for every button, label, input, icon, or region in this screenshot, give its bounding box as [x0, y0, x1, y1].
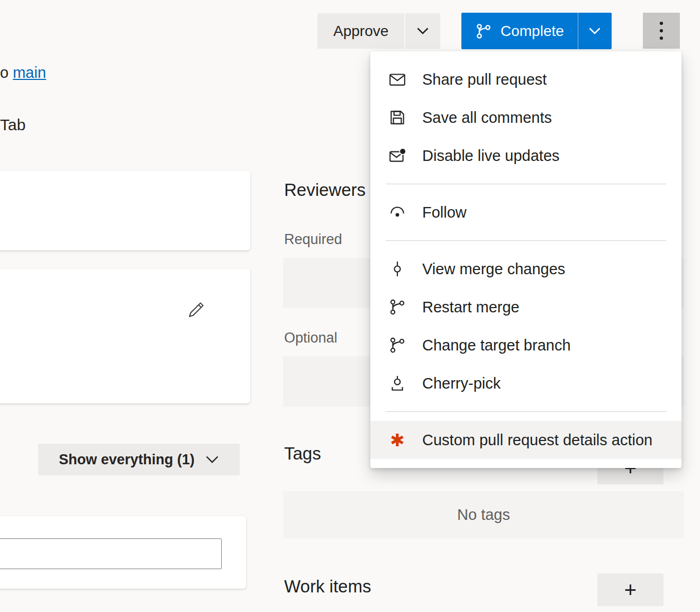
extension-icon: ✱: [387, 430, 407, 450]
description-card: [0, 171, 250, 250]
chevron-down-icon: [205, 455, 219, 464]
complete-split-button: Complete: [461, 13, 612, 49]
chevron-down-icon: [588, 27, 601, 35]
menu-item-label: Disable live updates: [422, 147, 560, 165]
menu-item-share-pull-request[interactable]: Share pull request: [370, 60, 681, 98]
approve-split-button: Approve: [317, 13, 440, 49]
menu-item-label: Change target branch: [422, 337, 571, 354]
complete-button-label: Complete: [501, 23, 564, 40]
menu-item-label: Follow: [422, 204, 467, 221]
reviewers-required-label: Required: [284, 231, 342, 248]
commit-icon: [387, 259, 407, 279]
menu-item-disable-live-updates[interactable]: Disable live updates: [370, 137, 681, 175]
no-tags-placeholder: No tags: [283, 491, 684, 538]
branch-icon: [387, 297, 407, 317]
menu-item-view-merge-changes[interactable]: View merge changes: [370, 250, 681, 288]
pull-request-context-menu: Share pull request Save all comments Dis…: [370, 51, 681, 468]
show-everything-label: Show everything (1): [59, 452, 195, 468]
target-branch-line: o main: [0, 64, 46, 82]
menu-item-label: Restart merge: [422, 299, 520, 316]
show-everything-dropdown[interactable]: Show everything (1): [38, 444, 240, 475]
no-tags-text: No tags: [457, 506, 510, 524]
pencil-icon: [186, 300, 206, 320]
menu-divider: [386, 184, 666, 184]
approve-button[interactable]: Approve: [317, 13, 404, 49]
mail-icon: [387, 69, 407, 89]
extension-glyph: ✱: [390, 431, 405, 449]
kebab-menu-icon: [659, 20, 664, 41]
edit-button[interactable]: [184, 299, 207, 322]
chevron-down-icon: [416, 27, 429, 35]
follow-icon: [387, 202, 407, 222]
into-prefix-text: o: [0, 64, 13, 81]
complete-button[interactable]: Complete: [461, 13, 578, 49]
target-branch-link[interactable]: main: [13, 64, 46, 81]
approve-button-label: Approve: [333, 23, 388, 40]
branch-icon: [475, 23, 492, 40]
reviewers-title: Reviewers: [284, 180, 366, 200]
more-options-button[interactable]: [643, 13, 680, 49]
comment-input[interactable]: [0, 538, 222, 569]
menu-item-cherry-pick[interactable]: Cherry-pick: [370, 364, 681, 402]
save-icon: [387, 107, 407, 128]
menu-item-label: View merge changes: [422, 260, 565, 278]
approve-dropdown-button[interactable]: [405, 13, 440, 49]
plus-icon: +: [624, 578, 637, 602]
details-card: [0, 269, 250, 403]
menu-item-label: Custom pull request details action: [422, 431, 652, 449]
menu-divider: [386, 240, 666, 241]
work-items-title: Work items: [284, 577, 371, 597]
cherry-pick-icon: [387, 373, 407, 393]
menu-item-save-all-comments[interactable]: Save all comments: [370, 98, 681, 137]
menu-item-change-target-branch[interactable]: Change target branch: [370, 326, 681, 364]
menu-item-restart-merge[interactable]: Restart merge: [370, 288, 681, 326]
complete-dropdown-button[interactable]: [578, 13, 612, 49]
menu-item-label: Share pull request: [422, 71, 547, 88]
tags-title: Tags: [284, 444, 321, 464]
menu-divider: [386, 411, 666, 412]
add-work-item-button[interactable]: +: [597, 573, 663, 606]
menu-item-follow[interactable]: Follow: [370, 193, 681, 231]
tab-text: Tab: [0, 116, 25, 134]
menu-item-label: Cherry-pick: [422, 375, 501, 392]
live-updates-off-icon: [387, 146, 407, 166]
reviewers-optional-label: Optional: [284, 330, 338, 346]
menu-item-label: Save all comments: [422, 109, 552, 127]
menu-item-custom-pull-request-details-action[interactable]: ✱ Custom pull request details action: [370, 421, 681, 459]
branch-icon: [387, 335, 407, 355]
